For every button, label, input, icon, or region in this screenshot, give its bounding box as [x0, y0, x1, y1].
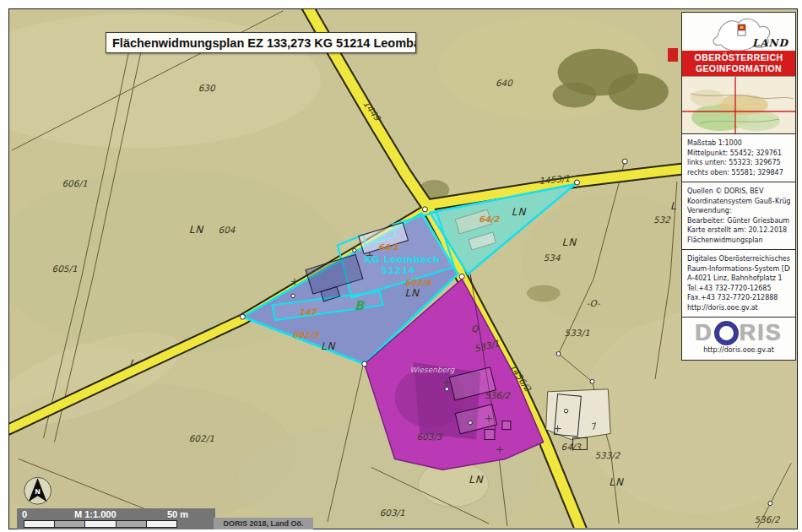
overview-map-graphic — [682, 77, 795, 133]
doris-url: http://doris.ooe.gv.at — [682, 346, 795, 354]
map-label: 536/2 — [485, 390, 511, 400]
map-canvas: 6306401449606/1LN604605/11453/1LN64/2LN5… — [8, 8, 798, 529]
info-line: Bearbeiter: Günter Griesbaum — [687, 216, 790, 226]
map-label: 533/2 — [594, 450, 620, 460]
doris-logo: D RIS — [682, 320, 795, 345]
doris-ring-icon — [714, 321, 739, 345]
geoinformation-banner: OBERÖSTERREICH GEOINFORMATION — [682, 51, 795, 76]
map-label: 534 — [544, 252, 561, 263]
north-arrow: N — [24, 477, 51, 504]
map-label: 533/1 — [565, 328, 590, 338]
map-label: KG Leombach — [365, 254, 441, 265]
info-line: A-4021 Linz, Bahnhofplatz 1 — [687, 274, 790, 284]
plan-title: Flächenwidmungsplan EZ 133,273 KG 51214 … — [106, 32, 416, 53]
banner-line2: GEOINFORMATION — [682, 63, 795, 74]
map-label: LN — [404, 287, 420, 299]
map-label: B — [355, 298, 366, 313]
map-label: 640 — [496, 78, 513, 88]
scale-distance: 50 m — [167, 509, 188, 519]
map-label: 602/3 — [292, 330, 319, 339]
info-line: Tel.+43 732-7720-12685 — [687, 284, 790, 294]
map-label: 64/2 — [479, 214, 500, 224]
map-label: 603/3 — [416, 432, 442, 442]
scale-bar: 0 M 1:1.000 50 m — [17, 508, 215, 529]
scale-segment — [55, 521, 85, 527]
scale-ratio: M 1:1.000 — [74, 509, 167, 519]
map-label: 51214 — [382, 265, 416, 276]
scale-zero: 0 — [22, 509, 74, 519]
map-label: L — [670, 200, 677, 212]
banner-line1: OBERÖSTERREICH — [682, 52, 795, 63]
info-line: Mittelpunkt: 55452; 329761 — [687, 149, 790, 159]
info-line: links unten: 55323; 329675 — [687, 158, 790, 168]
scale-segment — [147, 521, 176, 527]
scale-segment — [24, 521, 55, 527]
info-line: http://doris.ooe.gv.at — [687, 303, 790, 313]
red-fold-mark — [668, 48, 678, 62]
scale-segment — [85, 521, 116, 527]
map-label: LN — [609, 476, 624, 488]
doris-letters-ris: RIS — [740, 320, 783, 346]
map-label: 630 — [198, 83, 216, 93]
map-label: 603/1 — [380, 508, 405, 518]
map-label: -O- — [586, 298, 601, 308]
map-label: LN — [189, 224, 204, 236]
logo-top: LAND — [682, 13, 795, 51]
copyright-attribution: DORIS 2018, Land Oö. — [214, 518, 313, 529]
info-line: Maßstab 1:1000 — [687, 138, 790, 149]
map-label: LN — [469, 474, 484, 486]
contact-info-box: Digitales OberösterreichischesRaum-Infor… — [681, 249, 796, 318]
info-line: Flächenwidmungsplan — [687, 236, 790, 246]
scale-segments — [24, 520, 177, 528]
map-label: 64/1 — [378, 242, 398, 252]
map-label: 604 — [219, 225, 236, 235]
land-word: LAND — [752, 37, 788, 49]
info-line: Quellen © DORIS, BEV — [687, 187, 790, 197]
map-label: LN — [512, 206, 527, 218]
map-label: 606/1 — [62, 178, 87, 188]
map-label: 147 — [299, 307, 317, 317]
map-label: 605/1 — [52, 263, 78, 274]
map-label: LN — [321, 340, 336, 352]
logo-box: LAND OBERÖSTERREICH GEOINFORMATION — [681, 12, 796, 134]
info-line: Fax.+43 732-7720-212888 — [687, 293, 790, 303]
scale-segment — [117, 521, 147, 527]
map-label: LN — [562, 236, 577, 248]
info-line: rechts oben: 55581; 329847 — [687, 168, 790, 178]
info-line: Raum-Informations-System [DORIS] — [687, 264, 790, 274]
map-label: 536/2 — [754, 514, 780, 524]
info-line: Verwendung: — [687, 206, 790, 216]
info-line: Koordinatensystem Gauß-Krüger M31 — [687, 197, 790, 207]
map-label: 603/4 — [404, 278, 431, 287]
plan-page: 6306401449606/1LN604605/11453/1LN64/2LN5… — [0, 0, 802, 532]
map-info-box: Maßstab 1:1000Mittelpunkt: 55452; 329761… — [681, 133, 796, 182]
cadastral-map: 6306401449606/1LN604605/11453/1LN64/2LN5… — [9, 9, 796, 528]
info-line: Karte erstellt am: 20.12.2018 — [687, 225, 790, 236]
map-label: Wiesenberg — [409, 366, 455, 374]
map-label: 532 — [653, 214, 671, 225]
north-letter: N — [35, 488, 41, 496]
map-label: 602/1 — [189, 433, 214, 443]
sidebar: LAND OBERÖSTERREICH GEOINFORMATION — [681, 13, 796, 361]
doris-logo-box: D RIS http://doris.ooe.gv.at — [681, 317, 796, 361]
source-info-box: Quellen © DORIS, BEVKoordinatensystem Ga… — [681, 182, 796, 250]
doris-letter-d: D — [695, 320, 713, 346]
map-label: 64/3 — [561, 442, 583, 452]
overview-map — [682, 76, 795, 133]
info-line: Digitales Oberösterreichisches — [687, 254, 790, 264]
